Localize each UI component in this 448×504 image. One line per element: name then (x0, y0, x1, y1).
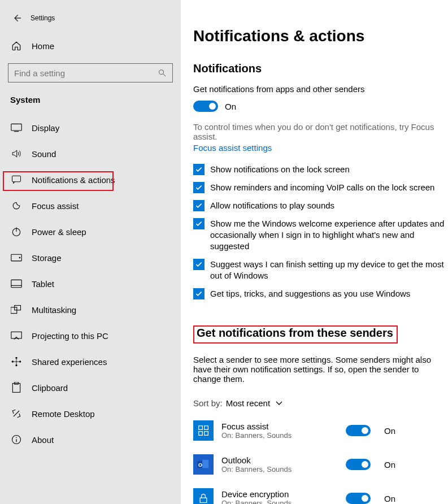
sort-dropdown[interactable]: Sort by: Most recent (193, 398, 448, 408)
app-title: Settings (31, 14, 55, 22)
svg-point-14 (12, 360, 14, 362)
check-tips[interactable]: Get tips, tricks, and suggestions as you… (193, 288, 445, 299)
search-icon (158, 68, 167, 77)
home-label: Home (32, 41, 54, 51)
svg-rect-26 (199, 426, 203, 430)
clipboard-icon (10, 381, 23, 394)
check-sounds[interactable]: Allow notifications to play sounds (193, 200, 445, 211)
display-icon (10, 121, 23, 134)
app-icon (193, 420, 214, 441)
storage-icon (10, 251, 23, 264)
svg-rect-33 (200, 498, 207, 502)
search-input-container[interactable] (8, 63, 173, 82)
svg-text:O: O (198, 462, 202, 468)
nav-item-sound[interactable]: Sound (8, 141, 173, 167)
check-reminders[interactable]: Show reminders and incoming VoIP calls o… (193, 182, 445, 193)
checkbox-icon (193, 259, 205, 270)
master-toggle[interactable] (193, 101, 218, 112)
svg-point-8 (19, 257, 21, 259)
senders-description: Select a sender to see more settings. So… (193, 355, 442, 384)
svg-rect-2 (11, 124, 21, 131)
sender-toggle[interactable] (346, 459, 371, 470)
home-icon (10, 40, 23, 52)
nav-item-focus-assist[interactable]: Focus assist (8, 193, 173, 219)
nav-item-remote[interactable]: Remote Desktop (8, 401, 173, 427)
app-icon: O (193, 454, 214, 475)
svg-line-22 (14, 411, 19, 416)
svg-point-16 (15, 357, 17, 359)
sender-item-focus-assist[interactable]: Focus assist On: Banners, Sounds On (193, 414, 448, 447)
svg-rect-27 (205, 426, 208, 430)
search-input[interactable] (14, 68, 158, 78)
sound-icon (10, 147, 23, 160)
notifications-heading: Notifications (193, 62, 448, 75)
nav-item-about[interactable]: About (8, 427, 173, 453)
sender-toggle[interactable] (346, 425, 371, 436)
checkbox-icon (193, 218, 205, 229)
sender-item-outlook[interactable]: O Outlook On: Banners, Sounds On (193, 447, 448, 481)
svg-rect-4 (12, 176, 21, 182)
nav-item-clipboard[interactable]: Clipboard (8, 375, 173, 401)
checkbox-icon (193, 200, 205, 211)
highlight-senders-heading: Get notifications from these senders (193, 325, 398, 344)
master-toggle-state: On (225, 102, 236, 111)
remote-icon (10, 407, 23, 420)
nav-item-tablet[interactable]: Tablet (8, 271, 173, 297)
check-setup[interactable]: Suggest ways I can finish setting up my … (193, 259, 445, 281)
svg-point-17 (15, 364, 17, 366)
sender-toggle[interactable] (346, 493, 371, 504)
nav-item-display[interactable]: Display (8, 115, 173, 141)
about-icon (10, 433, 23, 446)
svg-point-15 (19, 360, 21, 362)
nav-item-projecting[interactable]: Projecting to this PC (8, 323, 173, 349)
svg-rect-12 (15, 306, 21, 310)
home-nav[interactable]: Home (8, 35, 173, 57)
master-label: Get notifications from apps and other se… (193, 84, 448, 94)
focus-assist-link[interactable]: Focus assist settings (193, 143, 448, 153)
check-lock-screen[interactable]: Show notifications on the lock screen (193, 164, 445, 175)
hint-text: To control times when you do or don't ge… (193, 122, 448, 141)
nav-item-power[interactable]: Power & sleep (8, 219, 173, 245)
sender-item-device-encryption[interactable]: Device encryption On: Banners, Sounds On (193, 481, 448, 504)
svg-point-25 (16, 437, 17, 438)
app-icon (193, 488, 214, 504)
svg-point-0 (159, 70, 164, 75)
multitasking-icon (10, 303, 23, 316)
nav-item-multitasking[interactable]: Multitasking (8, 297, 173, 323)
svg-line-1 (163, 74, 166, 76)
nav-item-shared[interactable]: Shared experiences (8, 349, 173, 375)
checkbox-icon (193, 288, 205, 299)
senders-heading: Get notifications from these senders (197, 327, 393, 340)
chevron-down-icon (276, 401, 282, 406)
svg-rect-29 (205, 432, 208, 436)
checkbox-icon (193, 182, 205, 193)
nav-list: Display Sound Notifications & actions Fo… (8, 115, 173, 453)
check-welcome[interactable]: Show me the Windows welcome experience a… (193, 218, 445, 252)
notifications-icon (10, 173, 23, 186)
nav-item-notifications[interactable]: Notifications & actions (8, 167, 173, 193)
shared-icon (10, 355, 23, 368)
power-icon (10, 225, 23, 238)
back-icon[interactable] (11, 12, 24, 24)
checkbox-icon (193, 164, 205, 175)
svg-rect-20 (12, 384, 20, 393)
tablet-icon (10, 277, 23, 290)
svg-rect-9 (11, 280, 21, 287)
category-label: System (8, 95, 173, 105)
nav-item-storage[interactable]: Storage (8, 245, 173, 271)
page-title: Notifications & actions (193, 27, 448, 45)
svg-rect-32 (202, 460, 208, 468)
projecting-icon (10, 329, 23, 342)
svg-rect-28 (199, 432, 203, 436)
focus-assist-icon (10, 199, 23, 212)
